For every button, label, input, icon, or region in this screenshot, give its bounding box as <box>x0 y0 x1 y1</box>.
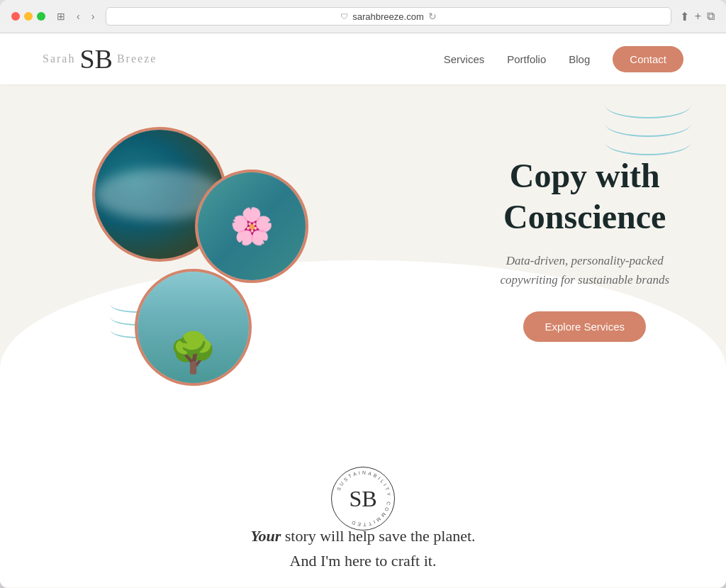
browser-dots <box>11 12 45 21</box>
logo-text-breeze: Breeze <box>117 52 157 65</box>
reload-icon[interactable]: ↻ <box>428 11 437 22</box>
lock-icon: 🛡 <box>340 12 348 21</box>
website-content: Sarah SB Breeze Services Portfolio Blog … <box>0 33 726 588</box>
wave-line-2 <box>605 124 691 137</box>
forward-button[interactable]: › <box>89 9 98 23</box>
explore-services-button[interactable]: Explore Services <box>523 311 646 342</box>
nav-contact-button[interactable]: Contact <box>613 46 683 72</box>
sb-badge: SUSTAINABILITY COMMITTED SB <box>331 467 395 531</box>
hero-title: Copy with Conscience <box>501 155 669 237</box>
tree-photo <box>138 272 249 383</box>
hero-image-flowers <box>195 170 308 283</box>
nav-blog[interactable]: Blog <box>569 53 590 65</box>
badge-circle-text-svg: SUSTAINABILITY COMMITTED <box>332 467 394 530</box>
bottom-tagline: Your story will help save the planet. An… <box>0 523 726 573</box>
nav-services[interactable]: Services <box>444 53 485 65</box>
hero-section: Copy with Conscience Data-driven, person… <box>0 84 726 587</box>
add-tab-icon[interactable]: + <box>695 10 701 23</box>
flowers-photo <box>198 172 306 280</box>
hero-image-tree <box>135 269 252 386</box>
tagline-italic-word: Your <box>250 527 281 545</box>
tagline-line2: And I'm here to craft it. <box>0 548 726 573</box>
hero-title-line1: Copy with <box>510 157 660 194</box>
tagline-line1: Your story will help save the planet. <box>0 523 726 548</box>
nav-portfolio[interactable]: Portfolio <box>507 53 546 65</box>
hero-text-block: Copy with Conscience Data-driven, person… <box>501 155 669 342</box>
wave-line-3 <box>605 143 691 155</box>
hero-subtitle: Data-driven, personality-packedcopywriti… <box>501 251 669 289</box>
url-text: sarahbreeze.com <box>352 11 423 22</box>
sidebar-toggle-icon[interactable]: ⊞ <box>54 9 68 23</box>
images-cluster <box>78 127 319 396</box>
tabs-icon[interactable]: ⧉ <box>707 10 715 23</box>
url-bar[interactable]: 🛡 sarahbreeze.com ↻ <box>106 7 671 26</box>
wave-decoration-top-right <box>605 106 691 161</box>
site-nav: Sarah SB Breeze Services Portfolio Blog … <box>0 33 726 84</box>
browser-nav: ⊞ ‹ › <box>54 9 97 23</box>
site-logo[interactable]: Sarah SB Breeze <box>43 45 157 72</box>
minimize-dot[interactable] <box>24 12 33 21</box>
hero-title-line2: Conscience <box>503 198 666 235</box>
logo-monogram: SB <box>79 45 112 72</box>
share-icon[interactable]: ⬆ <box>680 10 689 23</box>
browser-actions: ⬆ + ⧉ <box>680 10 715 23</box>
back-button[interactable]: ‹ <box>74 9 83 23</box>
browser-window: ⊞ ‹ › 🛡 sarahbreeze.com ↻ ⬆ + ⧉ Sarah SB… <box>0 0 726 588</box>
close-dot[interactable] <box>11 12 20 21</box>
browser-toolbar: ⊞ ‹ › 🛡 sarahbreeze.com ↻ ⬆ + ⧉ <box>0 0 726 33</box>
wave-line-1 <box>605 106 691 118</box>
tagline-rest: story will help save the planet. <box>281 527 475 545</box>
nav-links: Services Portfolio Blog Contact <box>444 46 683 72</box>
logo-text-sarah: Sarah <box>43 52 75 65</box>
maximize-dot[interactable] <box>37 12 45 21</box>
svg-text:SUSTAINABILITY COMMITTED: SUSTAINABILITY COMMITTED <box>336 470 392 528</box>
